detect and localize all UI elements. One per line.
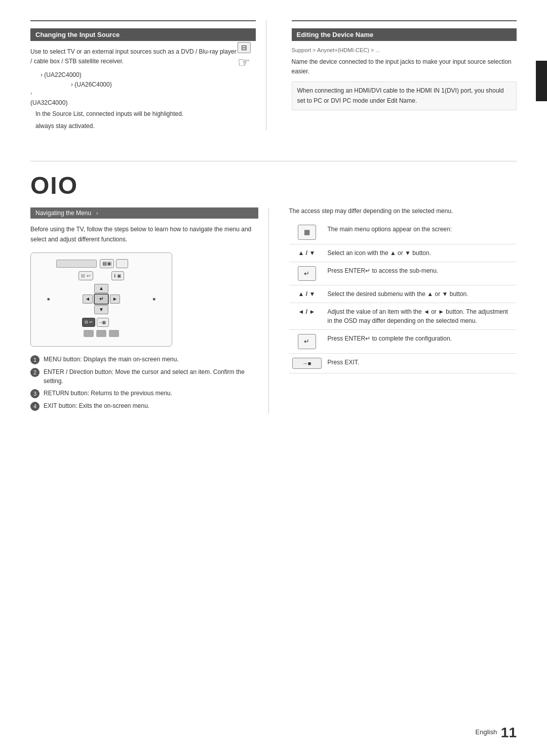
marker-1: ■ [47, 297, 50, 302]
btn-grey2 [96, 330, 106, 337]
section-divider [30, 161, 517, 161]
input-source-section: Changing the Input Source ⊟ ☞ Use to sel… [30, 20, 266, 131]
step-text-2: ENTER / Direction button: Move the curso… [44, 367, 258, 386]
page-footer: English 11 [476, 725, 517, 741]
access-row-1: ▦ The main menu options appear on the sc… [289, 221, 517, 244]
source-model: (UA32C4000) [30, 99, 256, 106]
source-item-2: › (UA26C4000) [71, 80, 256, 88]
breadcrumb-path: Support > Anynet+(HDMI-CEC) > ... [292, 47, 517, 53]
source-button-icon: ⊟ [238, 42, 251, 53]
remote-diagram: ▦▣ ⊟ ↩ ℹ ▣ ■ [30, 253, 172, 347]
remote-row-3: ■ ▲ ◄ ↵ ► ▼ ■ [37, 283, 166, 315]
bottom-content: Navigating the Menu › Before using the T… [30, 207, 517, 413]
access-row-7: →■ Press EXIT. [289, 353, 517, 373]
access-icon-4: ▲ / ▼ [289, 285, 325, 303]
access-icon-1: ▦ [289, 221, 325, 244]
access-desc-5: Adjust the value of an item with the ◄ o… [325, 303, 517, 330]
up-btn: ▲ [94, 284, 108, 293]
right-tab [536, 61, 547, 101]
access-icon-5: ◄ / ► [289, 303, 325, 330]
lang-label: English [476, 728, 497, 736]
access-desc-3: Press ENTER↵ to access the sub-menu. [325, 262, 517, 285]
access-table: ▦ The main menu options appear on the sc… [289, 221, 517, 373]
remote-row-4: ⊟ ↩ –▣ [37, 318, 166, 327]
top-line-right [292, 20, 517, 25]
step-num-3: 3 [30, 389, 40, 398]
source-note2: always stay activated. [35, 121, 256, 131]
enter-icon-box2: ↵ [298, 334, 316, 349]
edit-name-section: Editing the Device Name Support > Anynet… [282, 20, 517, 131]
menu-btn: ▦▣ [100, 259, 114, 268]
menu-icon-box: ▦ [298, 225, 316, 240]
step-item-2: 2 ENTER / Direction button: Move the cur… [30, 367, 258, 386]
access-row-4: ▲ / ▼ Select the desired submenu with th… [289, 285, 517, 303]
step-num-2: 2 [30, 368, 40, 377]
updown-icon: ▲ / ▼ [292, 248, 322, 258]
leftright-icon: ◄ / ► [292, 307, 322, 316]
down-btn: ▼ [94, 305, 108, 314]
nav-header-bar: Navigating the Menu › [30, 207, 258, 219]
step-item-1: 1 MENU button: Displays the main on-scre… [30, 355, 258, 364]
step-list: 1 MENU button: Displays the main on-scre… [30, 355, 258, 411]
access-desc-1: The main menu options appear on the scre… [325, 221, 517, 244]
source-note: In the Source List, connected inputs wil… [35, 109, 256, 118]
edit-name-note-box: When connecting an HDMI/DVI cable to the… [292, 81, 517, 110]
step-text-1: MENU button: Displays the main on-screen… [44, 355, 179, 364]
marker-2: ■ [153, 297, 155, 302]
remote-btn-group-1: ▦▣ [100, 259, 128, 268]
access-row-5: ◄ / ► Adjust the value of an item with t… [289, 303, 517, 330]
access-row-6: ↵ Press ENTER↵ to complete the configura… [289, 330, 517, 354]
access-icon-7: →■ [289, 353, 325, 373]
nav-description: Before using the TV, follow the steps be… [30, 225, 258, 244]
prev-btn: ⊟ ↩ [79, 271, 93, 280]
source-arrow: › [30, 90, 256, 96]
blank-btn [116, 259, 128, 268]
access-desc-2: Select an icon with the ▲ or ▼ button. [325, 244, 517, 262]
access-row-3: ↵ Press ENTER↵ to access the sub-menu. [289, 262, 517, 285]
edit-name-description: Name the device connected to the input j… [292, 57, 517, 76]
top-line [30, 20, 256, 25]
bottom-section: OIO Navigating the Menu › Before using t… [30, 172, 517, 413]
remote-icon: ⊟ ☞ [238, 42, 251, 71]
left-btn: ◄ [83, 295, 93, 304]
step-num-1: 1 [30, 355, 40, 364]
source-description: Use to select TV or an external input so… [30, 47, 256, 66]
remote-row-5 [37, 330, 166, 337]
edit-name-header: Editing the Device Name [292, 28, 517, 41]
access-desc-7: Press EXIT. [325, 353, 517, 373]
updown-icon2: ▲ / ▼ [292, 289, 322, 299]
top-section: Changing the Input Source ⊟ ☞ Use to sel… [30, 20, 517, 141]
d-pad: ▲ ◄ ↵ ► ▼ [82, 283, 121, 315]
exit-icon: →■ [292, 358, 322, 369]
remote-top-row [56, 260, 97, 268]
access-icon-6: ↵ [289, 330, 325, 354]
remote-bottom-row: ⊟ ↩ –▣ [82, 318, 121, 327]
step-item-3: 3 RETURN button: Returns to the previous… [30, 389, 258, 398]
input-source-header: Changing the Input Source [30, 28, 256, 41]
step-text-4: EXIT button: Exits the on-screen menu. [44, 401, 149, 410]
step-num-4: 4 [30, 402, 40, 411]
access-section: The access step may differ depending on … [284, 207, 517, 413]
btn-grey1 [84, 330, 94, 337]
remote-mid-row: ⊟ ↩ ℹ ▣ [79, 271, 124, 280]
btn-grey3 [109, 330, 119, 337]
menu-big-btn: ⊟ ↩ [82, 318, 95, 327]
remote-row-2: ⊟ ↩ ℹ ▣ [37, 271, 166, 280]
right-btn: ► [110, 295, 120, 304]
remote-row-1: ▦▣ [37, 259, 166, 268]
access-desc-6: Press ENTER↵ to complete the configurati… [325, 330, 517, 354]
color-buttons [84, 330, 119, 337]
hand-icon: ☞ [238, 54, 250, 71]
page-number: 11 [501, 725, 517, 740]
nav-section: Navigating the Menu › Before using the T… [30, 207, 269, 413]
step-item-4: 4 EXIT button: Exits the on-screen menu. [30, 401, 258, 411]
enter-icon-box: ↵ [298, 266, 316, 281]
oio-title: OIO [30, 172, 517, 199]
source-item-1: (UA22C4000) [41, 71, 256, 78]
access-note: The access step may differ depending on … [289, 207, 517, 215]
info-btn: ℹ ▣ [111, 271, 124, 280]
enter-btn: ↵ [94, 293, 109, 305]
access-row-2: ▲ / ▼ Select an icon with the ▲ or ▼ but… [289, 244, 517, 262]
return-btn: –▣ [97, 318, 109, 327]
access-desc-4: Select the desired submenu with the ▲ or… [325, 285, 517, 303]
